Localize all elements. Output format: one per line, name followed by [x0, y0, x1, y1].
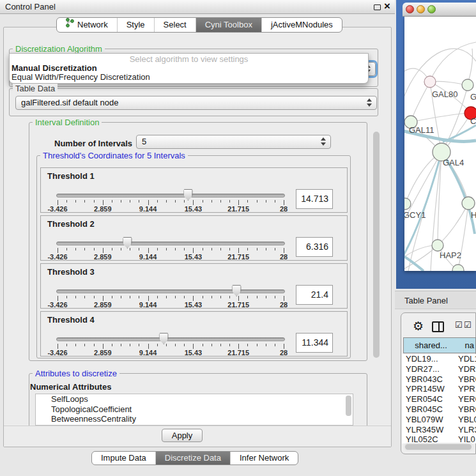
cell-shared-name[interactable]: YBR043C	[406, 374, 443, 384]
node-gcy1[interactable]	[404, 198, 411, 210]
table-row[interactable]: YPR145WYPR1	[402, 384, 476, 394]
node-table[interactable]: YDL19...YDL1YDR27...YDR2YBR043CYBR0YPR14…	[402, 354, 476, 443]
cell-name[interactable]: YDL1	[458, 354, 476, 364]
apply-button[interactable]: Apply	[162, 429, 203, 442]
scrollbar-thumb[interactable]	[373, 132, 380, 358]
tick-mark	[112, 344, 112, 346]
table-horizontal-scrollbar[interactable]	[404, 443, 474, 451]
table-row[interactable]: YDL19...YDL1	[402, 354, 476, 364]
cell-shared-name[interactable]: YDR27...	[406, 364, 440, 374]
cell-name[interactable]: YBR0	[458, 374, 476, 384]
table-row[interactable]: YIL052CYIL0	[402, 434, 476, 443]
cell-name[interactable]: YER0	[458, 394, 476, 404]
close-icon[interactable]: ×	[384, 0, 390, 13]
dropdown-item-manual[interactable]: Manual Discretization	[10, 64, 368, 73]
node-hap2[interactable]	[432, 240, 443, 251]
cell-name[interactable]: YIL0	[458, 434, 475, 443]
threshold-3-thumb[interactable]	[232, 285, 242, 296]
zoom-traffic-light-icon[interactable]	[427, 5, 436, 13]
tick-label: 28	[280, 205, 288, 213]
threshold-2-slider[interactable]	[56, 242, 285, 245]
column-view-icon[interactable]	[432, 321, 444, 332]
tab-discretize-data[interactable]: Discretize Data	[155, 452, 230, 464]
numerical-attributes-list[interactable]: SelfLoopsTopologicalCoefficientBetweenne…	[35, 394, 353, 426]
threshold-3-slider[interactable]	[56, 289, 285, 293]
threshold-1-slider[interactable]	[56, 194, 285, 197]
column-header-name[interactable]: na	[458, 337, 476, 353]
table-row[interactable]: YDR27...YDR2	[402, 364, 476, 374]
minimize-traffic-light-icon[interactable]	[417, 5, 425, 13]
threshold-4-value-field[interactable]: 11.344	[296, 333, 333, 353]
tick-mark	[175, 344, 176, 346]
tick-mark	[238, 248, 239, 253]
table-row[interactable]: YER054CYER0	[402, 394, 476, 404]
threshold-3-value-field[interactable]: 21.4	[296, 285, 333, 305]
tab-impute-data[interactable]: Impute Data	[92, 452, 155, 464]
cell-shared-name[interactable]: YLR345W	[406, 425, 443, 434]
table-data-combo[interactable]: galFiltered.sif default node	[15, 96, 377, 110]
tick-mark	[166, 200, 167, 203]
cell-shared-name[interactable]: YER054C	[406, 394, 443, 404]
cell-shared-name[interactable]: YBL079W	[406, 415, 443, 424]
close-traffic-light-icon[interactable]	[406, 5, 414, 13]
cell-name[interactable]: YPR1	[458, 384, 476, 394]
cell-name[interactable]: YLR3	[458, 425, 476, 434]
float-window-icon[interactable]	[374, 4, 381, 10]
table-row[interactable]: YBR043CYBR0	[402, 374, 476, 385]
tab-cyni-toolbox[interactable]: Cyni Toolbox	[196, 18, 261, 32]
checkbox-icon[interactable]: ☑	[455, 320, 463, 330]
node-h[interactable]	[462, 197, 475, 210]
tick-label: -3.426	[47, 349, 67, 357]
gear-icon[interactable]: ⚙	[413, 319, 424, 334]
tick-mark	[193, 344, 194, 349]
tab-jactivemnodules[interactable]: jActiveMNodules	[261, 18, 342, 32]
threshold-2-thumb[interactable]	[123, 237, 132, 249]
cell-name[interactable]: YDR2	[458, 364, 476, 374]
cell-shared-name[interactable]: YDL19...	[406, 354, 438, 364]
cell-shared-name[interactable]: YBR045C	[406, 404, 443, 414]
tick-mark	[103, 248, 104, 253]
table-data-label: Table Data	[13, 84, 58, 93]
threshold-4-thumb[interactable]	[159, 333, 169, 344]
threshold-1-thumb[interactable]	[183, 189, 193, 201]
dropdown-prompt[interactable]: Select algorithm to view settings	[10, 54, 368, 64]
attribute-list-item[interactable]: SelfLoops	[36, 394, 353, 404]
tick-mark	[75, 248, 76, 250]
network-window-titlebar[interactable]	[403, 3, 476, 17]
settings-scrollbar[interactable]	[372, 128, 381, 362]
node-bottom[interactable]	[452, 265, 464, 271]
attribute-list-item[interactable]: BetweennessCentrality	[36, 414, 353, 424]
tick-mark	[157, 248, 158, 250]
tab-style[interactable]: Style	[117, 18, 154, 32]
dropdown-item-equal-width[interactable]: Equal Width/Frequency Discretization	[10, 73, 368, 82]
cell-shared-name[interactable]: YIL052C	[406, 434, 438, 443]
cell-name[interactable]: YBR0	[458, 404, 476, 414]
table-row[interactable]: YBR045CYBR0	[402, 404, 476, 415]
tab-select[interactable]: Select	[154, 18, 196, 32]
number-of-intervals-combo[interactable]: 5	[136, 135, 331, 149]
checkbox-icon[interactable]: ☑	[464, 320, 472, 330]
tick-mark	[148, 344, 149, 349]
node-gal80[interactable]	[424, 76, 436, 88]
tab-network[interactable]: Network	[57, 18, 117, 32]
scrollbar-thumb[interactable]	[405, 444, 472, 450]
list-scrollbar[interactable]	[346, 395, 351, 425]
attribute-list-item[interactable]: TopologicalCoefficient	[36, 404, 353, 415]
tick-mark	[275, 344, 275, 346]
threshold-2-value-field[interactable]: 6.316	[296, 237, 333, 257]
threshold-4-slider[interactable]	[56, 337, 285, 341]
tab-infer-network[interactable]: Infer Network	[230, 452, 298, 464]
tick-mark	[103, 296, 104, 301]
table-row[interactable]: YBL079WYBL0	[402, 415, 476, 425]
network-canvas[interactable]: GAL80 GA C GAL11 GAL4 GCY1 H HAP2	[404, 17, 476, 271]
node-top-right[interactable]	[462, 79, 473, 91]
scrollbar-thumb[interactable]	[346, 395, 351, 416]
threshold-1-value-field[interactable]: 14.713	[296, 189, 333, 209]
table-row[interactable]: YLR345WYLR3	[402, 425, 476, 435]
column-header-shared-name[interactable]: shared...	[403, 337, 459, 353]
cell-shared-name[interactable]: YPR145W	[406, 384, 445, 394]
cell-name[interactable]: YBL0	[458, 415, 476, 424]
tick-label: 9.144	[139, 253, 157, 261]
tick-mark	[211, 200, 212, 203]
tick-mark	[84, 296, 85, 298]
